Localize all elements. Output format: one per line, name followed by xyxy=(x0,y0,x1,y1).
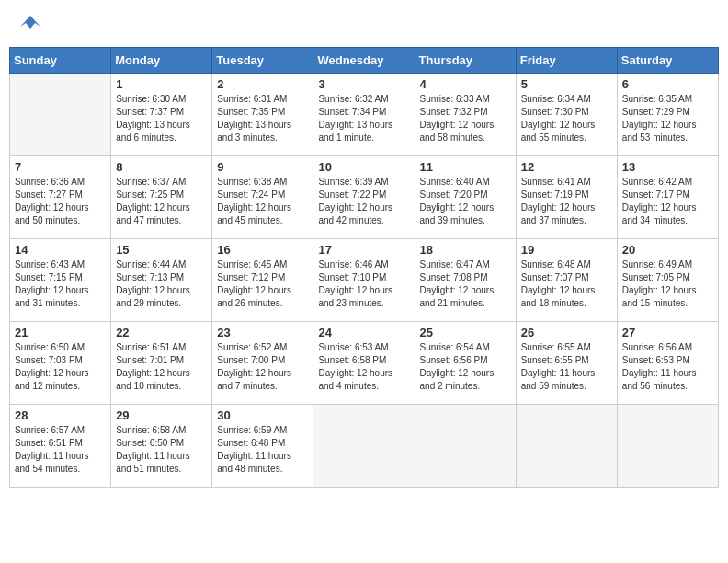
cell-info: Sunrise: 6:46 AMSunset: 7:10 PMDaylight:… xyxy=(318,259,409,310)
svg-marker-0 xyxy=(20,16,40,29)
cell-info: Sunrise: 6:52 AMSunset: 7:00 PMDaylight:… xyxy=(217,341,308,393)
cell-info: Sunrise: 6:48 AMSunset: 7:07 PMDaylight:… xyxy=(521,259,612,310)
cell-info: Sunrise: 6:31 AMSunset: 7:35 PMDaylight:… xyxy=(217,93,308,144)
day-number: 9 xyxy=(217,160,308,174)
header xyxy=(9,9,719,40)
cell-info: Sunrise: 6:38 AMSunset: 7:24 PMDaylight:… xyxy=(217,176,308,227)
day-number: 20 xyxy=(622,243,713,257)
calendar-cell: 1Sunrise: 6:30 AMSunset: 7:37 PMDaylight… xyxy=(111,74,212,156)
cell-info: Sunrise: 6:41 AMSunset: 7:19 PMDaylight:… xyxy=(521,176,612,227)
day-number: 8 xyxy=(116,160,207,174)
calendar-cell: 14Sunrise: 6:43 AMSunset: 7:15 PMDayligh… xyxy=(10,239,111,322)
calendar-cell: 7Sunrise: 6:36 AMSunset: 7:27 PMDaylight… xyxy=(10,156,111,239)
cell-info: Sunrise: 6:59 AMSunset: 6:48 PMDaylight:… xyxy=(217,424,308,476)
cell-info: Sunrise: 6:35 AMSunset: 7:29 PMDaylight:… xyxy=(622,93,713,144)
cell-info: Sunrise: 6:45 AMSunset: 7:12 PMDaylight:… xyxy=(217,259,308,310)
calendar-cell: 22Sunrise: 6:51 AMSunset: 7:01 PMDayligh… xyxy=(111,322,212,405)
logo xyxy=(18,14,40,35)
day-number: 1 xyxy=(116,77,207,91)
cell-info: Sunrise: 6:39 AMSunset: 7:22 PMDaylight:… xyxy=(318,176,409,227)
cell-info: Sunrise: 6:49 AMSunset: 7:05 PMDaylight:… xyxy=(622,259,713,310)
calendar-cell xyxy=(10,74,111,156)
calendar-cell: 8Sunrise: 6:37 AMSunset: 7:25 PMDaylight… xyxy=(111,156,212,239)
weekday-header: Wednesday xyxy=(313,48,415,74)
cell-info: Sunrise: 6:33 AMSunset: 7:32 PMDaylight:… xyxy=(420,93,511,144)
calendar-cell: 15Sunrise: 6:44 AMSunset: 7:13 PMDayligh… xyxy=(111,239,212,322)
calendar-cell xyxy=(313,405,415,488)
calendar-cell: 30Sunrise: 6:59 AMSunset: 6:48 PMDayligh… xyxy=(212,405,313,488)
day-number: 6 xyxy=(622,77,713,91)
cell-info: Sunrise: 6:53 AMSunset: 6:58 PMDaylight:… xyxy=(318,341,409,393)
calendar-row: 21Sunrise: 6:50 AMSunset: 7:03 PMDayligh… xyxy=(10,322,719,405)
calendar-header-row: SundayMondayTuesdayWednesdayThursdayFrid… xyxy=(10,48,719,74)
day-number: 17 xyxy=(318,243,409,257)
calendar-row: 7Sunrise: 6:36 AMSunset: 7:27 PMDaylight… xyxy=(10,156,719,239)
day-number: 15 xyxy=(116,243,207,257)
calendar-cell: 2Sunrise: 6:31 AMSunset: 7:35 PMDaylight… xyxy=(212,74,313,156)
cell-info: Sunrise: 6:47 AMSunset: 7:08 PMDaylight:… xyxy=(420,259,511,310)
day-number: 14 xyxy=(15,243,106,257)
day-number: 13 xyxy=(622,160,713,174)
calendar-cell: 21Sunrise: 6:50 AMSunset: 7:03 PMDayligh… xyxy=(10,322,111,405)
day-number: 28 xyxy=(15,408,106,422)
day-number: 27 xyxy=(622,326,713,339)
calendar-cell: 4Sunrise: 6:33 AMSunset: 7:32 PMDaylight… xyxy=(415,74,516,156)
day-number: 26 xyxy=(521,326,612,339)
day-number: 3 xyxy=(318,77,409,91)
calendar-row: 28Sunrise: 6:57 AMSunset: 6:51 PMDayligh… xyxy=(10,405,719,488)
calendar-cell: 3Sunrise: 6:32 AMSunset: 7:34 PMDaylight… xyxy=(313,74,415,156)
cell-info: Sunrise: 6:43 AMSunset: 7:15 PMDaylight:… xyxy=(15,259,106,310)
calendar-cell: 10Sunrise: 6:39 AMSunset: 7:22 PMDayligh… xyxy=(313,156,415,239)
cell-info: Sunrise: 6:37 AMSunset: 7:25 PMDaylight:… xyxy=(116,176,207,227)
calendar-cell: 20Sunrise: 6:49 AMSunset: 7:05 PMDayligh… xyxy=(617,239,718,322)
day-number: 23 xyxy=(217,326,308,339)
cell-info: Sunrise: 6:57 AMSunset: 6:51 PMDaylight:… xyxy=(15,424,106,476)
day-number: 21 xyxy=(15,326,106,339)
day-number: 25 xyxy=(420,326,511,339)
calendar-cell: 9Sunrise: 6:38 AMSunset: 7:24 PMDaylight… xyxy=(212,156,313,239)
weekday-header: Saturday xyxy=(617,48,718,74)
weekday-header: Monday xyxy=(111,48,212,74)
weekday-header: Sunday xyxy=(10,48,111,74)
calendar-row: 14Sunrise: 6:43 AMSunset: 7:15 PMDayligh… xyxy=(10,239,719,322)
calendar-cell xyxy=(516,405,617,488)
calendar-cell: 26Sunrise: 6:55 AMSunset: 6:55 PMDayligh… xyxy=(516,322,617,405)
calendar-cell: 27Sunrise: 6:56 AMSunset: 6:53 PMDayligh… xyxy=(617,322,718,405)
day-number: 16 xyxy=(217,243,308,257)
cell-info: Sunrise: 6:55 AMSunset: 6:55 PMDaylight:… xyxy=(521,341,612,393)
logo-bird-icon xyxy=(20,14,40,30)
day-number: 18 xyxy=(420,243,511,257)
calendar-cell: 17Sunrise: 6:46 AMSunset: 7:10 PMDayligh… xyxy=(313,239,415,322)
cell-info: Sunrise: 6:56 AMSunset: 6:53 PMDaylight:… xyxy=(622,341,713,393)
day-number: 12 xyxy=(521,160,612,174)
calendar-cell: 11Sunrise: 6:40 AMSunset: 7:20 PMDayligh… xyxy=(415,156,516,239)
day-number: 4 xyxy=(420,77,511,91)
calendar: SundayMondayTuesdayWednesdayThursdayFrid… xyxy=(9,47,719,488)
weekday-header: Tuesday xyxy=(212,48,313,74)
cell-info: Sunrise: 6:30 AMSunset: 7:37 PMDaylight:… xyxy=(116,93,207,144)
cell-info: Sunrise: 6:50 AMSunset: 7:03 PMDaylight:… xyxy=(15,341,106,393)
calendar-cell: 19Sunrise: 6:48 AMSunset: 7:07 PMDayligh… xyxy=(516,239,617,322)
day-number: 5 xyxy=(521,77,612,91)
calendar-cell: 24Sunrise: 6:53 AMSunset: 6:58 PMDayligh… xyxy=(313,322,415,405)
day-number: 22 xyxy=(116,326,207,339)
cell-info: Sunrise: 6:51 AMSunset: 7:01 PMDaylight:… xyxy=(116,341,207,393)
calendar-cell: 29Sunrise: 6:58 AMSunset: 6:50 PMDayligh… xyxy=(111,405,212,488)
day-number: 7 xyxy=(15,160,106,174)
day-number: 30 xyxy=(217,408,308,422)
calendar-cell: 12Sunrise: 6:41 AMSunset: 7:19 PMDayligh… xyxy=(516,156,617,239)
cell-info: Sunrise: 6:42 AMSunset: 7:17 PMDaylight:… xyxy=(622,176,713,227)
calendar-cell: 23Sunrise: 6:52 AMSunset: 7:00 PMDayligh… xyxy=(212,322,313,405)
weekday-header: Thursday xyxy=(415,48,516,74)
day-number: 24 xyxy=(318,326,409,339)
weekday-header: Friday xyxy=(516,48,617,74)
cell-info: Sunrise: 6:36 AMSunset: 7:27 PMDaylight:… xyxy=(15,176,106,227)
day-number: 10 xyxy=(318,160,409,174)
day-number: 19 xyxy=(521,243,612,257)
calendar-cell: 6Sunrise: 6:35 AMSunset: 7:29 PMDaylight… xyxy=(617,74,718,156)
calendar-row: 1Sunrise: 6:30 AMSunset: 7:37 PMDaylight… xyxy=(10,74,719,156)
cell-info: Sunrise: 6:44 AMSunset: 7:13 PMDaylight:… xyxy=(116,259,207,310)
cell-info: Sunrise: 6:34 AMSunset: 7:30 PMDaylight:… xyxy=(521,93,612,144)
calendar-cell xyxy=(415,405,516,488)
calendar-cell: 5Sunrise: 6:34 AMSunset: 7:30 PMDaylight… xyxy=(516,74,617,156)
